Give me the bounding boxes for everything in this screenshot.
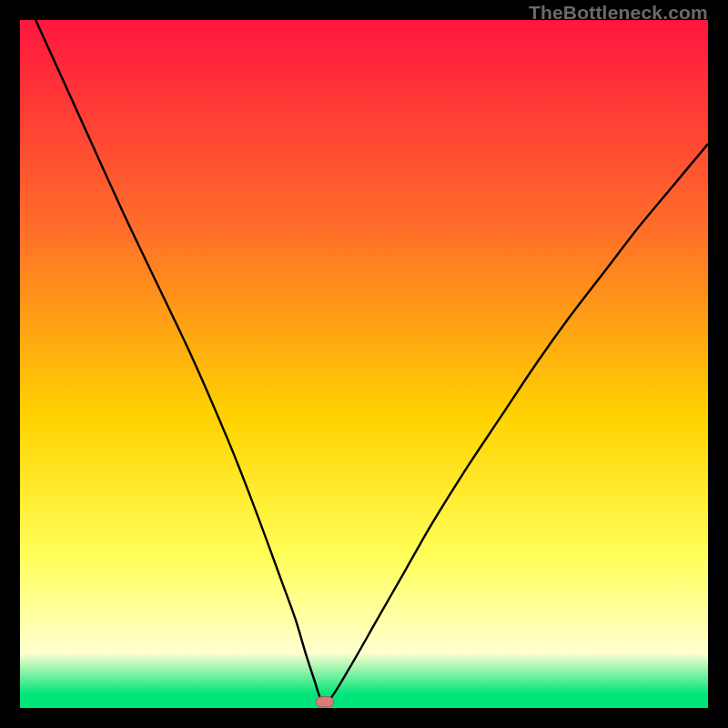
gradient-background	[20, 20, 708, 708]
optimal-point-marker	[316, 697, 334, 707]
bottleneck-chart	[20, 20, 708, 708]
chart-stage: TheBottleneck.com	[0, 0, 728, 728]
